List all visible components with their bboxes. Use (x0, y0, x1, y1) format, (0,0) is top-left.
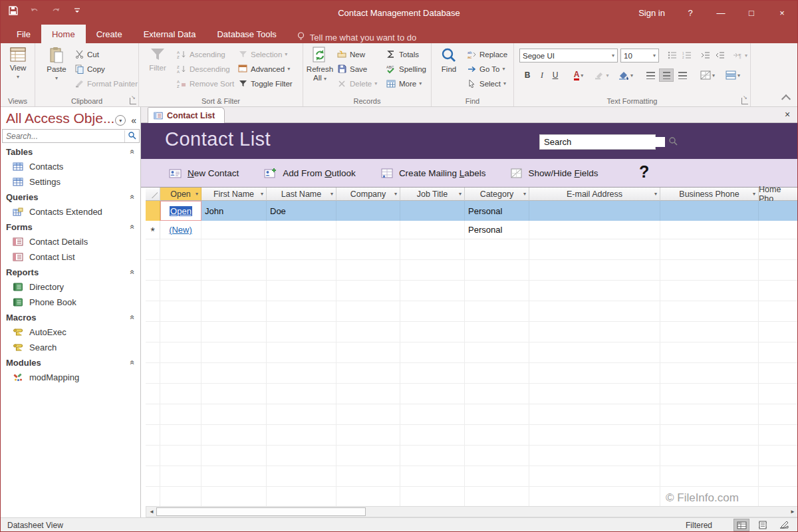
nav-pane-menu-icon[interactable]: ▾ (115, 115, 126, 126)
cut-button[interactable]: Cut (74, 47, 99, 61)
chevron-down-icon[interactable]: ▾ (753, 191, 755, 197)
nav-item-modmapping[interactable]: modMapping (1, 370, 140, 385)
chevron-down-icon[interactable]: ▾ (196, 191, 198, 197)
chevron-down-icon[interactable]: ▾ (331, 191, 333, 197)
new-contact-button[interactable]: New Contact (169, 168, 239, 178)
close-document-icon[interactable]: × (781, 108, 793, 120)
font-color-button[interactable]: A ▾ (569, 68, 589, 82)
cell-first-name[interactable] (201, 221, 267, 239)
bold-button[interactable]: B (522, 68, 533, 82)
column-header-last-name[interactable]: Last Name▾ (267, 188, 336, 201)
collapse-section-icon[interactable]: « (128, 150, 138, 154)
nav-pane-title[interactable]: All Access Obje... (6, 110, 114, 126)
nav-search-input[interactable] (3, 132, 124, 141)
text-formatting-dialog-launcher[interactable] (741, 98, 748, 104)
collapse-section-icon[interactable]: « (128, 270, 138, 275)
chevron-down-icon[interactable]: ▾ (394, 191, 397, 197)
find-button[interactable]: Find (434, 47, 464, 74)
clipboard-dialog-launcher[interactable] (130, 98, 136, 104)
cell-job-title[interactable] (400, 221, 465, 239)
bullets-button[interactable] (666, 49, 679, 62)
select-button[interactable]: Select ▾ (466, 76, 506, 90)
column-header-job-title[interactable]: Job Title▾ (400, 188, 465, 201)
chevron-down-icon[interactable]: ▾ (654, 191, 657, 197)
scrollbar-thumb[interactable] (156, 507, 366, 516)
cell-company[interactable] (336, 221, 400, 239)
tab-create[interactable]: Create (86, 25, 133, 43)
search-icon[interactable] (124, 130, 139, 142)
align-left-button[interactable] (643, 68, 658, 82)
create-mailing-labels-button[interactable]: Create Mailing Labels (381, 168, 486, 178)
cell-email[interactable] (529, 201, 660, 221)
tab-file[interactable]: File (6, 25, 41, 43)
replace-button[interactable]: abac Replace (466, 47, 507, 61)
nav-item-phone-book[interactable]: Phone Book (1, 295, 140, 310)
nav-section-macros[interactable]: Macros« (1, 310, 140, 325)
design-view-button[interactable] (776, 519, 792, 531)
add-from-outlook-button[interactable]: Add From Outlook (264, 168, 356, 178)
collapse-section-icon[interactable]: « (128, 315, 138, 320)
increase-indent-button[interactable] (699, 49, 712, 62)
totals-button[interactable]: Totals (386, 47, 419, 61)
column-header-home-phone[interactable]: Home Pho (759, 188, 798, 201)
nav-item-directory[interactable]: Directory (1, 279, 140, 295)
ascending-button[interactable]: AZ Ascending (176, 47, 225, 61)
nav-item-settings[interactable]: Settings (1, 174, 140, 190)
cell-job-title[interactable] (400, 201, 465, 221)
filtered-indicator[interactable]: Filtered (686, 521, 712, 530)
nav-item-contacts-extended[interactable]: Contacts Extended (1, 204, 140, 219)
tab-database-tools[interactable]: Database Tools (206, 25, 287, 43)
delete-record-button[interactable]: Delete ▾ (336, 76, 377, 90)
shutter-close-icon[interactable]: « (131, 115, 136, 126)
advanced-button[interactable]: ... Advanced ▾ (237, 62, 290, 76)
search-icon[interactable] (665, 136, 681, 148)
tab-external-data[interactable]: External Data (133, 25, 207, 43)
underline-button[interactable]: U (550, 68, 561, 82)
help-button[interactable]: ? (675, 1, 706, 25)
form-view-button[interactable] (755, 519, 771, 531)
selection-button[interactable]: Selection ▾ (237, 47, 287, 61)
minimize-button[interactable]: — (706, 1, 736, 25)
alternate-row-color-button[interactable]: ▾ (722, 68, 744, 82)
scroll-left-icon[interactable]: ◄ (146, 507, 157, 517)
decrease-indent-button[interactable] (714, 49, 727, 62)
go-to-button[interactable]: Go To ▾ (466, 62, 505, 76)
sign-in-button[interactable]: Sign in (628, 1, 675, 25)
column-header-category[interactable]: Category▾ (465, 188, 529, 201)
spelling-button[interactable]: ABC Spelling (386, 62, 426, 76)
collapse-section-icon[interactable]: « (128, 360, 138, 365)
chevron-down-icon[interactable]: ▾ (459, 191, 462, 197)
document-tab-contact-list[interactable]: Contact List (148, 107, 225, 123)
format-painter-button[interactable]: Format Painter (74, 76, 138, 90)
cell-home-phone[interactable] (759, 221, 798, 239)
column-header-first-name[interactable]: First Name▾ (201, 188, 267, 201)
nav-item-autoexec[interactable]: AutoExec (1, 325, 140, 340)
numbering-button[interactable]: 12 (680, 49, 694, 62)
horizontal-scrollbar[interactable]: ◄ ► (146, 506, 798, 517)
background-color-button[interactable]: ▾ (615, 68, 636, 82)
collapse-ribbon-button[interactable] (781, 94, 791, 104)
nav-item-search-macro[interactable]: Search (1, 340, 140, 355)
column-header-company[interactable]: Company▾ (336, 188, 400, 201)
font-name-combo[interactable]: Segoe UI ▾ (519, 49, 618, 63)
align-right-button[interactable] (675, 68, 690, 82)
nav-section-tables[interactable]: Tables« (1, 144, 140, 159)
cell-category[interactable]: Personal (465, 221, 529, 239)
new-record-selector[interactable]: * (146, 221, 160, 239)
nav-section-queries[interactable]: Queries« (1, 190, 140, 204)
cell-category[interactable]: Personal (465, 201, 529, 221)
gridlines-button[interactable]: ▾ (696, 68, 719, 82)
collapse-section-icon[interactable]: « (128, 195, 138, 200)
cell-email[interactable] (529, 221, 660, 239)
form-help-mark[interactable]: ? (639, 162, 649, 182)
align-center-button[interactable] (659, 68, 674, 82)
remove-sort-button[interactable]: AZ Remove Sort (176, 76, 234, 90)
nav-item-contacts[interactable]: Contacts (1, 159, 140, 174)
toggle-filter-button[interactable]: Toggle Filter (237, 76, 293, 90)
cell-home-phone[interactable] (759, 201, 798, 221)
nav-section-reports[interactable]: Reports« (1, 265, 140, 279)
cell-last-name[interactable] (267, 221, 336, 239)
datasheet-view-button[interactable] (733, 519, 749, 531)
show-hide-fields-button[interactable]: Show/Hide Fields (511, 168, 598, 178)
cell-open-link[interactable]: Open (160, 201, 201, 221)
